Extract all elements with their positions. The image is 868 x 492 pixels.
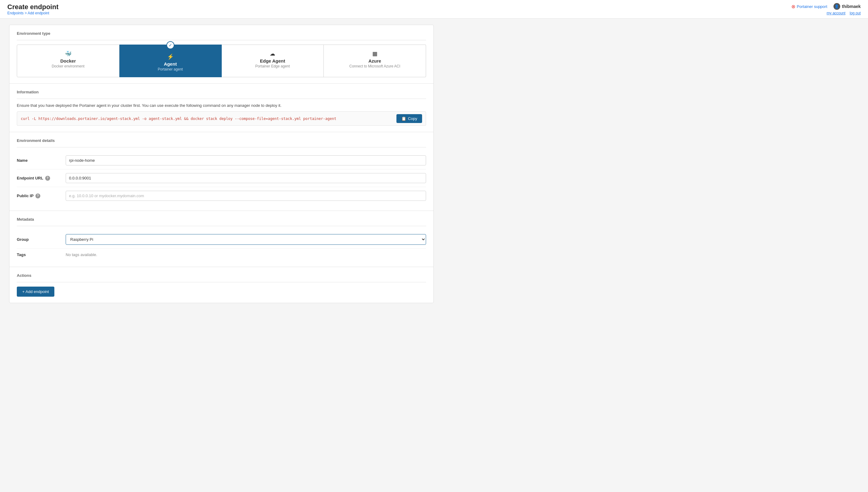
metadata-title: Metadata	[17, 217, 426, 222]
docker-card-subtitle: Docker environment	[21, 64, 115, 68]
header-left: Create endpoint Endpoints > Add endpoint	[7, 3, 58, 15]
copy-icon: 📋	[401, 116, 406, 121]
name-row: Name	[17, 152, 426, 169]
environment-type-section: Environment type 🐳 Docker Docker environ…	[9, 25, 433, 83]
portainer-support-link[interactable]: ⊗ Portainer support	[791, 4, 827, 9]
header-bottom-row: my account log out	[827, 11, 861, 15]
support-label: Portainer support	[797, 4, 827, 9]
information-section: Information Ensure that you have deploye…	[9, 83, 433, 132]
azure-card-title: Azure	[328, 58, 421, 64]
information-title: Information	[17, 90, 426, 94]
public-ip-row: Public IP ?	[17, 187, 426, 204]
environment-details-title: Environment details	[17, 138, 426, 143]
azure-icon: ▦	[328, 50, 421, 57]
environment-type-title: Environment type	[17, 31, 426, 36]
env-card-agent[interactable]: ✓ ⚡ Agent Portainer agent	[119, 45, 222, 77]
add-endpoint-button[interactable]: + Add endpoint	[17, 287, 54, 297]
endpoint-url-row: Endpoint URL ?	[17, 169, 426, 187]
breadcrumb-separator: >	[24, 11, 27, 15]
agent-card-title: Agent	[124, 62, 217, 67]
azure-card-subtitle: Connect to Microsoft Azure ACI	[328, 64, 421, 68]
command-box: curl -L https://downloads.portainer.io/a…	[17, 112, 426, 126]
breadcrumb: Endpoints > Add endpoint	[7, 11, 58, 15]
support-icon: ⊗	[791, 4, 795, 9]
edge-agent-card-subtitle: Portainer Edge agent	[226, 64, 320, 68]
content-card: Environment type 🐳 Docker Docker environ…	[9, 25, 434, 303]
agent-card-subtitle: Portainer agent	[124, 67, 217, 71]
copy-button[interactable]: 📋 Copy	[396, 114, 422, 123]
add-endpoint-label: + Add endpoint	[22, 289, 49, 294]
public-ip-input[interactable]	[66, 191, 426, 201]
breadcrumb-endpoints-link[interactable]: Endpoints	[7, 11, 24, 15]
command-text: curl -L https://downloads.portainer.io/a…	[21, 117, 393, 121]
agent-icon: ⚡	[124, 53, 217, 60]
header-top-row: ⊗ Portainer support 👤 thibmaek	[791, 3, 861, 10]
my-account-link[interactable]: my account	[827, 11, 845, 15]
docker-icon: 🐳	[21, 50, 115, 57]
environment-details-section: Environment details Name Endpoint URL ? …	[9, 132, 433, 211]
main-content: Environment type 🐳 Docker Docker environ…	[0, 19, 443, 309]
actions-title: Actions	[17, 273, 426, 278]
public-ip-label: Public IP ?	[17, 194, 66, 198]
name-label: Name	[17, 158, 66, 163]
actions-section: Actions + Add endpoint	[9, 267, 433, 303]
header-right: ⊗ Portainer support 👤 thibmaek my accoun…	[791, 3, 861, 15]
page-header: Create endpoint Endpoints > Add endpoint…	[0, 0, 868, 19]
endpoint-url-label: Endpoint URL ?	[17, 176, 66, 181]
avatar: 👤	[834, 3, 840, 10]
information-text: Ensure that you have deployed the Portai…	[17, 103, 426, 108]
tags-row: Tags No tags available.	[17, 249, 426, 261]
env-card-azure[interactable]: ▦ Azure Connect to Microsoft Azure ACI	[324, 45, 426, 77]
user-info: 👤 thibmaek	[834, 3, 861, 10]
edge-agent-card-title: Edge Agent	[226, 58, 320, 64]
group-row: Group Default Raspberry Pi	[17, 230, 426, 249]
copy-label: Copy	[408, 116, 417, 121]
log-out-link[interactable]: log out	[850, 11, 861, 15]
username: thibmaek	[842, 4, 861, 9]
agent-check-badge: ✓	[166, 41, 174, 49]
public-ip-help-icon[interactable]: ?	[36, 194, 40, 198]
environment-cards: 🐳 Docker Docker environment ✓ ⚡ Agent Po…	[17, 45, 426, 77]
breadcrumb-current: Add endpoint	[27, 11, 49, 15]
no-tags-text: No tags available.	[66, 252, 97, 257]
page-title: Create endpoint	[7, 3, 58, 11]
tags-label: Tags	[17, 252, 66, 257]
endpoint-url-input[interactable]	[66, 173, 426, 183]
endpoint-url-help-icon[interactable]: ?	[45, 176, 50, 181]
edge-agent-icon: ☁	[226, 50, 320, 57]
name-input[interactable]	[66, 155, 426, 166]
docker-card-title: Docker	[21, 58, 115, 64]
env-card-edge-agent[interactable]: ☁ Edge Agent Portainer Edge agent	[222, 45, 324, 77]
env-card-docker[interactable]: 🐳 Docker Docker environment	[17, 45, 119, 77]
metadata-section: Metadata Group Default Raspberry Pi Tags…	[9, 211, 433, 267]
group-select[interactable]: Default Raspberry Pi	[66, 234, 426, 245]
group-label: Group	[17, 237, 66, 242]
